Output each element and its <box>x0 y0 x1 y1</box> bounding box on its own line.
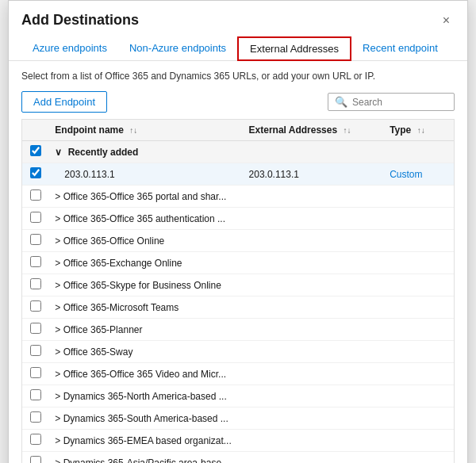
row-name: > Office 365-Office Online <box>48 230 242 252</box>
row-checkbox[interactable] <box>30 189 41 201</box>
row-checkbox[interactable] <box>30 278 41 289</box>
tab-recent-endpoint[interactable]: Recent endpoint <box>351 36 449 61</box>
table-row: > Office 365-Office Online <box>22 230 454 252</box>
col-header-type[interactable]: Type ↑↓ <box>383 120 454 141</box>
row-checkbox[interactable] <box>30 411 41 423</box>
row-address <box>243 430 384 452</box>
dialog-title: Add Destinations <box>21 12 139 29</box>
row-type <box>383 252 454 274</box>
row-type <box>383 408 454 430</box>
row-address <box>243 208 384 230</box>
checkbox-cell[interactable] <box>22 230 48 252</box>
row-name: 203.0.113.1 <box>48 163 242 186</box>
checkbox-cell[interactable] <box>22 252 48 274</box>
row-checkbox[interactable] <box>30 167 41 178</box>
group-label: ∨ Recently added <box>48 141 454 163</box>
row-checkbox[interactable] <box>30 434 41 445</box>
row-checkbox[interactable] <box>30 323 41 334</box>
col-header-name[interactable]: Endpoint name ↑↓ <box>48 120 242 141</box>
checkbox-cell[interactable] <box>22 208 48 230</box>
row-type <box>383 230 454 252</box>
col-header-address[interactable]: External Addresses ↑↓ <box>243 120 384 141</box>
row-checkbox[interactable] <box>30 234 41 245</box>
row-type <box>383 208 454 230</box>
row-checkbox[interactable] <box>30 389 41 400</box>
row-name: > Dynamics 365-North America-based ... <box>48 385 242 408</box>
table-row: > Office 365-Skype for Business Online <box>22 274 454 297</box>
table-row: > Dynamics 365-South America-based ... <box>22 408 454 430</box>
row-name: > Office 365-Office 365 portal and shar.… <box>48 186 242 208</box>
group-checkbox[interactable] <box>30 145 41 156</box>
row-name: > Dynamics 365-Asia/Pacific area-base... <box>48 452 242 464</box>
row-checkbox[interactable] <box>30 256 41 267</box>
tab-azure[interactable]: Azure endpoints <box>21 36 118 61</box>
row-checkbox[interactable] <box>30 212 41 223</box>
row-type <box>383 452 454 464</box>
search-input[interactable] <box>352 97 447 108</box>
checkbox-cell[interactable] <box>22 408 48 430</box>
checkbox-cell[interactable] <box>22 363 48 385</box>
checkbox-cell[interactable] <box>22 141 48 163</box>
row-checkbox[interactable] <box>30 456 41 463</box>
table-row: > Dynamics 365-Asia/Pacific area-base... <box>22 452 454 464</box>
row-name: > Office 365-Skype for Business Online <box>48 274 242 297</box>
table-row: > Office 365-Exchange Online <box>22 252 454 274</box>
row-address <box>243 252 384 274</box>
endpoints-table-container[interactable]: Endpoint name ↑↓ External Addresses ↑↓ T… <box>21 119 455 463</box>
col-header-check <box>22 120 48 141</box>
checkbox-cell[interactable] <box>22 186 48 208</box>
row-name: > Dynamics 365-South America-based ... <box>48 408 242 430</box>
checkbox-cell[interactable] <box>22 341 48 363</box>
add-destinations-dialog: Add Destinations × Azure endpoints Non-A… <box>8 0 468 463</box>
endpoints-table: Endpoint name ↑↓ External Addresses ↑↓ T… <box>22 120 454 463</box>
checkbox-cell[interactable] <box>22 297 48 319</box>
row-name: > Office 365-Planner <box>48 319 242 341</box>
checkbox-cell[interactable] <box>22 452 48 464</box>
search-icon: 🔍 <box>335 96 347 108</box>
row-name: > Office 365-Sway <box>48 341 242 363</box>
table-row: 203.0.113.1 203.0.113.1 Custom <box>22 163 454 186</box>
checkbox-cell[interactable] <box>22 163 48 186</box>
expand-icon: ∨ <box>55 147 62 158</box>
table-row: > Office 365-Office 365 authentication .… <box>22 208 454 230</box>
row-address <box>243 452 384 464</box>
row-type <box>383 341 454 363</box>
row-name: > Office 365-Office 365 authentication .… <box>48 208 242 230</box>
row-name: > Office 365-Office 365 Video and Micr..… <box>48 363 242 385</box>
row-name: > Office 365-Exchange Online <box>48 252 242 274</box>
row-checkbox[interactable] <box>30 345 41 356</box>
row-address <box>243 297 384 319</box>
row-type <box>383 186 454 208</box>
row-checkbox[interactable] <box>30 367 41 378</box>
dialog-header: Add Destinations × <box>9 1 467 36</box>
row-type <box>383 363 454 385</box>
table-row: > Office 365-Microsoft Teams <box>22 297 454 319</box>
row-type <box>383 274 454 297</box>
row-type <box>383 385 454 408</box>
checkbox-cell[interactable] <box>22 274 48 297</box>
close-button[interactable]: × <box>438 13 455 29</box>
sort-name-icon[interactable]: ↑↓ <box>129 126 137 135</box>
checkbox-cell[interactable] <box>22 430 48 452</box>
row-address <box>243 408 384 430</box>
row-checkbox[interactable] <box>30 300 41 312</box>
checkbox-cell[interactable] <box>22 319 48 341</box>
table-row: > Dynamics 365-EMEA based organizat... <box>22 430 454 452</box>
row-address: 203.0.113.1 <box>243 163 384 186</box>
checkbox-cell[interactable] <box>22 385 48 408</box>
sort-type-icon[interactable]: ↑↓ <box>417 126 425 135</box>
table-row: > Office 365-Office 365 Video and Micr..… <box>22 363 454 385</box>
row-address <box>243 319 384 341</box>
table-row: > Office 365-Office 365 portal and shar.… <box>22 186 454 208</box>
sort-addr-icon[interactable]: ↑↓ <box>343 126 351 135</box>
row-address <box>243 385 384 408</box>
add-endpoint-button[interactable]: Add Endpoint <box>21 91 107 113</box>
row-type <box>383 319 454 341</box>
row-name: > Office 365-Microsoft Teams <box>48 297 242 319</box>
table-row: > Office 365-Sway <box>22 341 454 363</box>
tab-non-azure[interactable]: Non-Azure endpoints <box>118 36 237 61</box>
table-row: > Dynamics 365-North America-based ... <box>22 385 454 408</box>
tab-external-addresses[interactable]: External Addresses <box>237 36 351 61</box>
row-type <box>383 297 454 319</box>
toolbar: Add Endpoint 🔍 <box>9 88 467 119</box>
